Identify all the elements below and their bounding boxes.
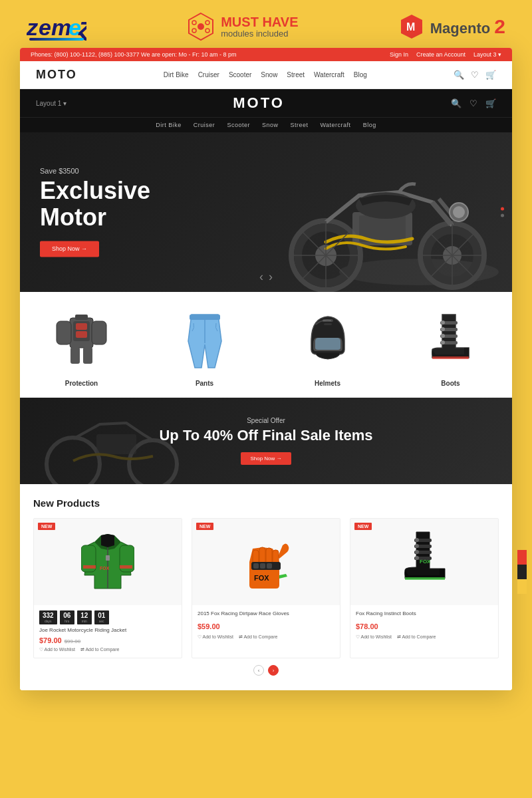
pagination-next[interactable]: ›: [268, 665, 279, 676]
pagination-prev[interactable]: ‹: [253, 665, 264, 676]
dark-nav-blog[interactable]: Blog: [363, 122, 376, 128]
category-boots-img: [411, 308, 491, 374]
nav-dirtbike[interactable]: Dirt Bike: [164, 71, 189, 78]
nav-snow[interactable]: Snow: [261, 71, 277, 78]
product-gloves-name: 2015 Fox Racing Dirtpaw Race Gloves: [198, 610, 334, 617]
top-bar-right: Sign In Create an Account Layout 3 ▾: [390, 51, 501, 58]
category-pants-img: [165, 308, 245, 374]
products-grid: NEW: [33, 518, 499, 658]
sign-in-link[interactable]: Sign In: [390, 51, 408, 58]
magento-badge: M Magento 2: [398, 13, 505, 40]
add-to-wishlist-jacket[interactable]: ♡ Add to Wishlist: [39, 647, 75, 652]
dark-nav-dirtbike[interactable]: Dirt Bike: [156, 122, 182, 128]
search-icon-dark[interactable]: 🔍: [451, 98, 462, 108]
hero-dot-2[interactable]: [501, 214, 504, 217]
wishlist-icon-dark[interactable]: ♡: [469, 98, 477, 108]
hero-prev[interactable]: ‹: [259, 270, 263, 284]
nav-street[interactable]: Street: [287, 71, 305, 78]
hero-navigation[interactable]: ‹ ›: [259, 270, 273, 284]
nav-cruiser[interactable]: Cruiser: [198, 71, 219, 78]
dark-nav-street[interactable]: Street: [290, 122, 308, 128]
svg-point-53: [441, 327, 445, 331]
svg-rect-43: [83, 347, 92, 364]
site-header-dark: Layout 1 ▾ MOTO 🔍 ♡ 🛒: [20, 89, 512, 117]
category-pants[interactable]: Pants: [165, 308, 245, 387]
cart-icon[interactable]: 🛒: [485, 70, 496, 80]
dark-nav-watercraft[interactable]: Watercraft: [320, 122, 350, 128]
category-boots[interactable]: Boots: [411, 308, 491, 387]
add-to-compare-gloves[interactable]: ⇌ Add to Compare: [239, 634, 278, 640]
pagination: ‹ ›: [33, 658, 499, 680]
category-protection-label: Protection: [65, 380, 98, 387]
new-products-section: New Products NEW: [20, 484, 512, 690]
svg-point-80: [415, 538, 419, 542]
svg-rect-4: [29, 38, 84, 41]
site-nav-dark: Dirt Bike Cruiser Scooter Snow Street Wa…: [20, 117, 512, 132]
hero-next[interactable]: ›: [269, 270, 273, 284]
magento-version: 2: [494, 15, 505, 37]
hero-dot-1[interactable]: [501, 207, 504, 211]
category-protection[interactable]: Protection: [42, 308, 122, 387]
create-account-link[interactable]: Create an Account: [416, 51, 466, 58]
wishlist-icon[interactable]: ♡: [471, 70, 479, 80]
svg-rect-37: [92, 321, 106, 344]
zemes-logo-area: z em e ɀ: [27, 13, 86, 41]
svg-text:z: z: [27, 15, 39, 40]
swatch-red: [517, 550, 527, 565]
layout-dropdown[interactable]: Layout 3 ▾: [473, 51, 501, 58]
svg-rect-72: [253, 563, 259, 569]
dark-nav-snow[interactable]: Snow: [262, 122, 279, 128]
dark-nav-scooter[interactable]: Scooter: [227, 122, 250, 128]
hero-save-text: Save $3500: [40, 167, 150, 175]
must-have-title: MUST HAVE: [221, 15, 298, 29]
header-icons-light: 🔍 ♡ 🛒: [454, 70, 496, 80]
search-icon[interactable]: 🔍: [454, 70, 464, 80]
promo-shop-now-button[interactable]: Shop Now →: [241, 452, 291, 465]
product-gloves-actions: ♡ Add to Wishlist ⇌ Add to Compare: [198, 634, 334, 640]
svg-text:FOX: FOX: [100, 566, 110, 571]
hero-title: Exclusive Motor: [40, 178, 150, 230]
svg-rect-40: [76, 331, 87, 338]
svg-rect-59: [96, 434, 136, 454]
product-card-boots: NEW: [350, 518, 499, 658]
category-pants-label: Pants: [196, 380, 213, 387]
product-jacket-name: Joe Rocket Motorcycle Riding Jacket: [39, 627, 176, 634]
svg-rect-63: [120, 565, 132, 569]
product-card-gloves: NEW: [192, 518, 340, 658]
preview-wrapper: Phones: (800) 100-1122, (885) 100-3377 W…: [20, 48, 512, 690]
svg-point-83: [415, 556, 419, 560]
must-have-badge: MUST HAVE modules included: [186, 12, 298, 41]
color-swatches: [517, 550, 527, 594]
hero-motorcycle: [239, 139, 505, 292]
add-to-compare-jacket[interactable]: ⇌ Add to Compare: [80, 647, 120, 652]
add-to-wishlist-gloves[interactable]: ♡ Add to Wishlist: [198, 634, 233, 640]
hero-content: Save $3500 Exclusive Motor Shop Now →: [40, 167, 150, 257]
nav-watercraft[interactable]: Watercraft: [314, 71, 344, 78]
svg-point-10: [192, 29, 196, 33]
svg-point-82: [415, 550, 419, 554]
product-badge-jacket: NEW: [38, 523, 55, 530]
add-to-compare-boots[interactable]: ⇌ Add to Compare: [397, 634, 436, 640]
product-jacket-actions: ♡ Add to Wishlist ⇌ Add to Compare: [39, 647, 176, 652]
layout-selector[interactable]: Layout 1 ▾: [36, 100, 66, 107]
nav-blog[interactable]: Blog: [354, 71, 367, 78]
cart-icon-dark[interactable]: 🛒: [485, 98, 496, 108]
nav-scooter[interactable]: Scooter: [229, 71, 251, 78]
dark-nav-cruiser[interactable]: Cruiser: [194, 122, 215, 128]
site-header-light: MOTO Dirt Bike Cruiser Scooter Snow Stre…: [20, 61, 512, 89]
add-to-wishlist-boots[interactable]: ♡ Add to Wishlist: [356, 634, 392, 640]
svg-point-7: [192, 21, 196, 25]
product-jacket-info: 332 days 06 hrs 12 min: [34, 605, 182, 658]
hero-section: Save $3500 Exclusive Motor Shop Now →: [20, 132, 512, 292]
category-boots-label: Boots: [441, 380, 460, 387]
svg-point-9: [205, 29, 209, 33]
svg-point-54: [441, 334, 445, 338]
svg-rect-36: [57, 321, 71, 344]
category-helmets[interactable]: Helmets: [288, 308, 368, 387]
svg-rect-47: [324, 323, 332, 325]
hero-shop-now-button[interactable]: Shop Now →: [40, 241, 99, 257]
promo-content: Special Offer Up To 40% Off Final Sale I…: [159, 417, 372, 465]
promo-sub: Special Offer: [159, 417, 372, 424]
product-jacket-old-price: $99.00: [65, 638, 80, 644]
site-logo-dark: MOTO: [233, 94, 285, 112]
